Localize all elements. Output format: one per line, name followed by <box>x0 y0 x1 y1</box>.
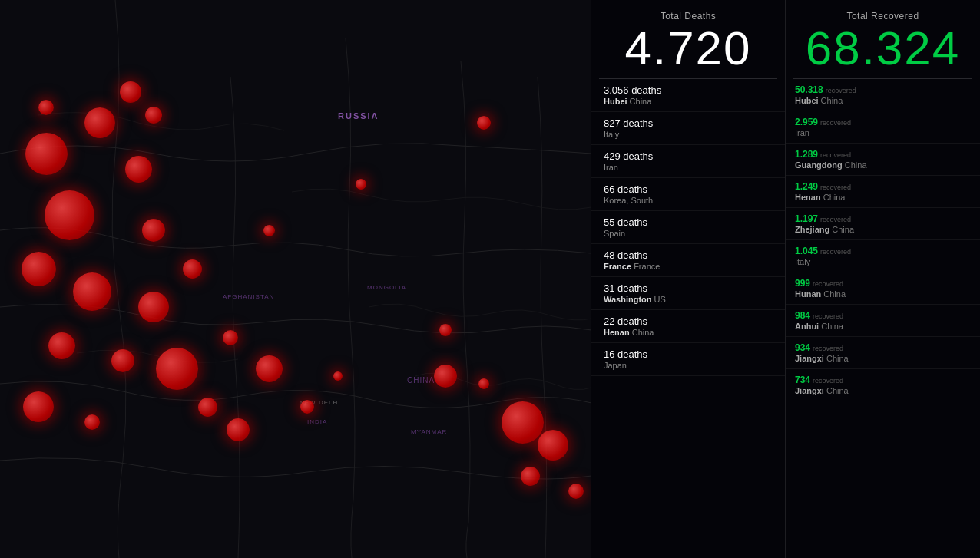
recovered-location-3: Guangdong China <box>795 160 971 170</box>
bubble-2 <box>125 156 152 183</box>
recovered-count-4: 1.249 recovered <box>795 181 971 192</box>
death-location-7: Washington US <box>604 295 773 304</box>
death-count-4: 66 deaths <box>604 183 773 195</box>
death-count-9: 16 deaths <box>604 348 773 360</box>
recovered-count-7: 999 recovered <box>795 278 971 289</box>
recovered-item-1: 50.318 recovered Hubei China <box>786 79 980 111</box>
recovered-panel: Total Recovered 68.324 50.318 recovered … <box>786 0 980 558</box>
total-deaths-label: Total Deaths <box>591 8 785 23</box>
death-location-6: France France <box>604 262 773 271</box>
recovered-item-4: 1.249 recovered Henan China <box>786 176 980 208</box>
bubble-9 <box>48 332 75 359</box>
death-count-7: 31 deaths <box>604 282 773 294</box>
death-location-2: Italy <box>604 130 773 139</box>
right-panel: Total Deaths 4.720 3.056 deaths Hubei Ch… <box>591 0 980 558</box>
recovered-location-10: Jiangxi China <box>795 386 971 395</box>
death-item-8: 22 deaths Henan China <box>591 310 785 343</box>
bubble-3 <box>45 190 94 240</box>
bubble-8 <box>183 259 202 279</box>
bubble-32 <box>145 107 162 124</box>
death-item-5: 55 deaths Spain <box>591 211 785 244</box>
deaths-panel: Total Deaths 4.720 3.056 deaths Hubei Ch… <box>591 0 786 558</box>
death-item-3: 429 deaths Iran <box>591 145 785 178</box>
recovered-location-4: Henan China <box>795 193 971 202</box>
recovered-location-2: Iran <box>795 128 971 137</box>
recovered-count-3: 1.289 recovered <box>795 149 971 160</box>
death-count-6: 48 deaths <box>604 249 773 261</box>
recovered-count-9: 934 recovered <box>795 342 971 353</box>
death-count-3: 429 deaths <box>604 150 773 162</box>
bubble-6 <box>73 272 111 311</box>
bubble-30 <box>120 81 141 103</box>
recovered-item-7: 999 recovered Hunan China <box>786 272 980 305</box>
bubble-7 <box>138 292 169 322</box>
death-item-9: 16 deaths Japan <box>591 343 785 376</box>
recovered-location-5: Zhejiang China <box>795 225 971 234</box>
bubble-16 <box>23 391 54 422</box>
death-count-5: 55 deaths <box>604 216 773 228</box>
bubble-14 <box>198 398 217 417</box>
bubble-29 <box>356 179 366 190</box>
recovered-item-2: 2.959 recovered Iran <box>786 111 980 144</box>
recovered-item-9: 934 recovered Jiangxi China <box>786 337 980 369</box>
recovered-location-7: Hunan China <box>795 289 971 299</box>
bubble-15 <box>227 418 250 441</box>
recovered-item-5: 1.197 recovered Zhejiang China <box>786 208 980 240</box>
map-container: RUSSIA MONGOLIA CHINA AFGHANISTAN INDIA … <box>0 0 591 558</box>
recovered-count-1: 50.318 recovered <box>795 84 971 95</box>
bubble-11 <box>156 348 198 390</box>
death-count-2: 827 deaths <box>604 117 773 129</box>
bubble-13 <box>256 355 283 382</box>
death-location-8: Henan China <box>604 328 773 337</box>
bubble-4 <box>142 219 165 242</box>
bubble-26 <box>568 484 584 499</box>
recovered-item-8: 984 recovered Anhui China <box>786 305 980 337</box>
death-location-9: Japan <box>604 361 773 370</box>
recovered-location-6: Italy <box>795 257 971 266</box>
recovered-count-2: 2.959 recovered <box>795 117 971 127</box>
bubble-22 <box>478 378 489 389</box>
bubble-20 <box>439 324 452 336</box>
death-item-2: 827 deaths Italy <box>591 112 785 145</box>
bubble-21 <box>434 365 457 388</box>
death-location-4: Korea, South <box>604 196 773 205</box>
bubble-27 <box>477 116 491 130</box>
bubble-17 <box>84 414 100 430</box>
death-item-4: 66 deaths Korea, South <box>591 178 785 211</box>
bubble-25 <box>521 467 540 486</box>
recovered-count-10: 734 recovered <box>795 375 971 385</box>
total-deaths-value: 4.720 <box>591 23 785 78</box>
death-item-7: 31 deaths Washington US <box>591 277 785 310</box>
bubble-12 <box>223 330 238 345</box>
death-count-8: 22 deaths <box>604 315 773 327</box>
recovered-item-10: 734 recovered Jiangxi China <box>786 369 980 401</box>
recovered-count-5: 1.197 recovered <box>795 213 971 224</box>
bubble-10 <box>111 349 134 372</box>
death-item-6: 48 deaths France France <box>591 244 785 277</box>
death-location-5: Spain <box>604 229 773 238</box>
bubble-24 <box>538 430 568 461</box>
bubble-5 <box>22 252 56 286</box>
bubble-0 <box>25 133 68 175</box>
bubble-31 <box>38 100 54 115</box>
death-count-1: 3.056 deaths <box>604 84 773 96</box>
bubble-18 <box>300 400 314 414</box>
recovered-location-9: Jiangxi China <box>795 354 971 363</box>
recovered-location-1: Hubei China <box>795 96 971 105</box>
recovered-location-8: Anhui China <box>795 322 971 331</box>
death-location-3: Iran <box>604 163 773 172</box>
death-item-1: 3.056 deaths Hubei China <box>591 79 785 112</box>
recovered-item-6: 1.045 recovered Italy <box>786 240 980 272</box>
recovered-count-6: 1.045 recovered <box>795 246 971 256</box>
recovered-item-3: 1.289 recovered Guangdong China <box>786 144 980 176</box>
bubble-19 <box>333 371 343 381</box>
recovered-count-8: 984 recovered <box>795 310 971 321</box>
total-recovered-value: 68.324 <box>786 23 980 78</box>
bubble-1 <box>84 107 115 138</box>
death-location-1: Hubei China <box>604 97 773 106</box>
total-recovered-label: Total Recovered <box>786 8 980 23</box>
bubble-23 <box>502 401 544 444</box>
bubble-28 <box>263 225 275 236</box>
